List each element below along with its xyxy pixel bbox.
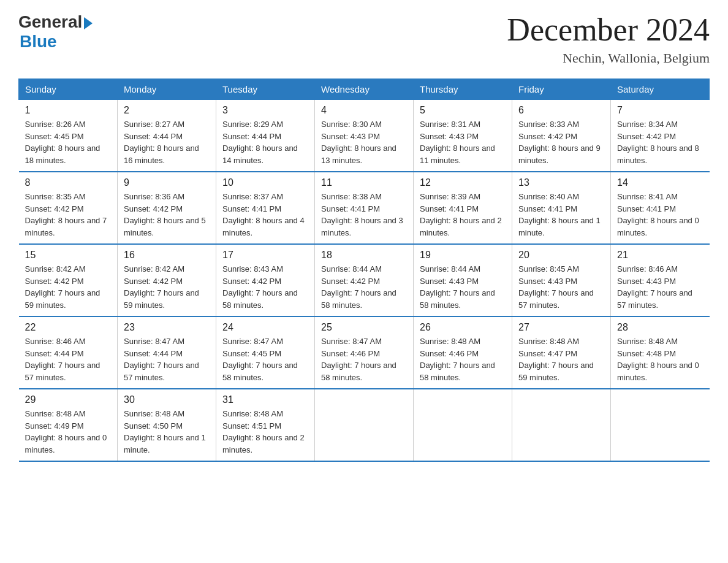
day-info: Sunrise: 8:42 AM Sunset: 4:42 PM Dayligh… [25,263,112,311]
title-block: December 2024 Nechin, Wallonia, Belgium [507,12,710,66]
day-info: Sunrise: 8:27 AM Sunset: 4:44 PM Dayligh… [124,118,210,166]
day-number: 24 [222,322,308,333]
day-number: 7 [617,105,703,116]
day-info: Sunrise: 8:34 AM Sunset: 4:42 PM Dayligh… [617,118,703,166]
day-number: 10 [222,177,308,188]
calendar-week-row: 22 Sunrise: 8:46 AM Sunset: 4:44 PM Dayl… [19,316,710,389]
calendar-cell: 31 Sunrise: 8:48 AM Sunset: 4:51 PM Dayl… [216,389,315,461]
calendar-week-row: 1 Sunrise: 8:26 AM Sunset: 4:45 PM Dayli… [19,100,710,172]
day-number: 12 [420,177,506,188]
calendar-cell: 5 Sunrise: 8:31 AM Sunset: 4:43 PM Dayli… [414,100,512,172]
calendar-cell [414,389,512,461]
calendar-cell [611,389,710,461]
calendar-cell: 15 Sunrise: 8:42 AM Sunset: 4:42 PM Dayl… [19,244,118,316]
day-info: Sunrise: 8:39 AM Sunset: 4:41 PM Dayligh… [420,191,506,239]
calendar-cell: 3 Sunrise: 8:29 AM Sunset: 4:44 PM Dayli… [216,100,315,172]
header-saturday: Saturday [611,79,710,100]
day-number: 14 [617,177,703,188]
day-number: 8 [25,177,112,188]
day-info: Sunrise: 8:38 AM Sunset: 4:41 PM Dayligh… [321,191,407,239]
header-tuesday: Tuesday [216,79,315,100]
day-number: 16 [124,250,210,261]
day-number: 26 [420,322,506,333]
day-info: Sunrise: 8:30 AM Sunset: 4:43 PM Dayligh… [321,118,407,166]
day-info: Sunrise: 8:26 AM Sunset: 4:45 PM Dayligh… [25,118,112,166]
calendar-cell: 14 Sunrise: 8:41 AM Sunset: 4:41 PM Dayl… [611,172,710,244]
day-number: 13 [518,177,604,188]
calendar-cell [315,389,414,461]
day-number: 28 [617,322,703,333]
day-info: Sunrise: 8:48 AM Sunset: 4:47 PM Dayligh… [518,335,604,383]
calendar-cell: 8 Sunrise: 8:35 AM Sunset: 4:42 PM Dayli… [19,172,118,244]
calendar-cell: 25 Sunrise: 8:47 AM Sunset: 4:46 PM Dayl… [315,316,414,389]
month-title: December 2024 [507,12,710,47]
calendar-cell: 7 Sunrise: 8:34 AM Sunset: 4:42 PM Dayli… [611,100,710,172]
day-number: 15 [25,250,112,261]
calendar-cell: 21 Sunrise: 8:46 AM Sunset: 4:43 PM Dayl… [611,244,710,316]
logo-arrow-icon [84,17,93,29]
day-info: Sunrise: 8:36 AM Sunset: 4:42 PM Dayligh… [124,191,210,239]
calendar-cell: 29 Sunrise: 8:48 AM Sunset: 4:49 PM Dayl… [19,389,118,461]
day-number: 3 [222,105,308,116]
day-number: 31 [222,394,308,405]
calendar-cell: 22 Sunrise: 8:46 AM Sunset: 4:44 PM Dayl… [19,316,118,389]
day-number: 25 [321,322,407,333]
day-number: 29 [25,394,112,405]
calendar-cell: 23 Sunrise: 8:47 AM Sunset: 4:44 PM Dayl… [118,316,216,389]
calendar-cell: 12 Sunrise: 8:39 AM Sunset: 4:41 PM Dayl… [414,172,512,244]
calendar-cell [512,389,611,461]
header-friday: Friday [512,79,611,100]
logo-blue: Blue [20,32,57,52]
calendar-cell: 4 Sunrise: 8:30 AM Sunset: 4:43 PM Dayli… [315,100,414,172]
calendar-cell: 16 Sunrise: 8:42 AM Sunset: 4:42 PM Dayl… [118,244,216,316]
day-number: 1 [25,105,112,116]
day-number: 5 [420,105,506,116]
day-number: 17 [222,250,308,261]
day-info: Sunrise: 8:48 AM Sunset: 4:48 PM Dayligh… [617,335,703,383]
day-info: Sunrise: 8:47 AM Sunset: 4:46 PM Dayligh… [321,335,407,383]
day-number: 22 [25,322,112,333]
calendar-cell: 13 Sunrise: 8:40 AM Sunset: 4:41 PM Dayl… [512,172,611,244]
day-number: 27 [518,322,604,333]
logo: General Blue [18,12,93,52]
calendar-cell: 28 Sunrise: 8:48 AM Sunset: 4:48 PM Dayl… [611,316,710,389]
calendar-cell: 2 Sunrise: 8:27 AM Sunset: 4:44 PM Dayli… [118,100,216,172]
day-number: 20 [518,250,604,261]
page-header: General Blue December 2024 Nechin, Wallo… [18,12,710,66]
day-number: 9 [124,177,210,188]
header-sunday: Sunday [19,79,118,100]
day-info: Sunrise: 8:43 AM Sunset: 4:42 PM Dayligh… [222,263,308,311]
day-number: 30 [124,394,210,405]
day-info: Sunrise: 8:47 AM Sunset: 4:44 PM Dayligh… [124,335,210,383]
calendar-table: SundayMondayTuesdayWednesdayThursdayFrid… [18,79,710,462]
day-info: Sunrise: 8:41 AM Sunset: 4:41 PM Dayligh… [617,191,703,239]
day-info: Sunrise: 8:29 AM Sunset: 4:44 PM Dayligh… [222,118,308,166]
day-number: 18 [321,250,407,261]
header-wednesday: Wednesday [315,79,414,100]
calendar-cell: 10 Sunrise: 8:37 AM Sunset: 4:41 PM Dayl… [216,172,315,244]
day-number: 11 [321,177,407,188]
calendar-cell: 19 Sunrise: 8:44 AM Sunset: 4:43 PM Dayl… [414,244,512,316]
day-info: Sunrise: 8:48 AM Sunset: 4:46 PM Dayligh… [420,335,506,383]
day-info: Sunrise: 8:48 AM Sunset: 4:50 PM Dayligh… [124,408,210,456]
calendar-header-row: SundayMondayTuesdayWednesdayThursdayFrid… [19,79,710,100]
calendar-cell: 30 Sunrise: 8:48 AM Sunset: 4:50 PM Dayl… [118,389,216,461]
day-info: Sunrise: 8:48 AM Sunset: 4:51 PM Dayligh… [222,408,308,456]
day-info: Sunrise: 8:46 AM Sunset: 4:44 PM Dayligh… [25,335,112,383]
day-info: Sunrise: 8:42 AM Sunset: 4:42 PM Dayligh… [124,263,210,311]
calendar-cell: 26 Sunrise: 8:48 AM Sunset: 4:46 PM Dayl… [414,316,512,389]
calendar-cell: 27 Sunrise: 8:48 AM Sunset: 4:47 PM Dayl… [512,316,611,389]
location-title: Nechin, Wallonia, Belgium [507,50,710,66]
day-number: 2 [124,105,210,116]
day-number: 19 [420,250,506,261]
day-number: 23 [124,322,210,333]
calendar-cell: 9 Sunrise: 8:36 AM Sunset: 4:42 PM Dayli… [118,172,216,244]
day-info: Sunrise: 8:44 AM Sunset: 4:43 PM Dayligh… [420,263,506,311]
day-info: Sunrise: 8:46 AM Sunset: 4:43 PM Dayligh… [617,263,703,311]
calendar-cell: 24 Sunrise: 8:47 AM Sunset: 4:45 PM Dayl… [216,316,315,389]
day-info: Sunrise: 8:45 AM Sunset: 4:43 PM Dayligh… [518,263,604,311]
calendar-week-row: 29 Sunrise: 8:48 AM Sunset: 4:49 PM Dayl… [19,389,710,461]
day-info: Sunrise: 8:48 AM Sunset: 4:49 PM Dayligh… [25,408,112,456]
day-info: Sunrise: 8:47 AM Sunset: 4:45 PM Dayligh… [222,335,308,383]
day-number: 4 [321,105,407,116]
